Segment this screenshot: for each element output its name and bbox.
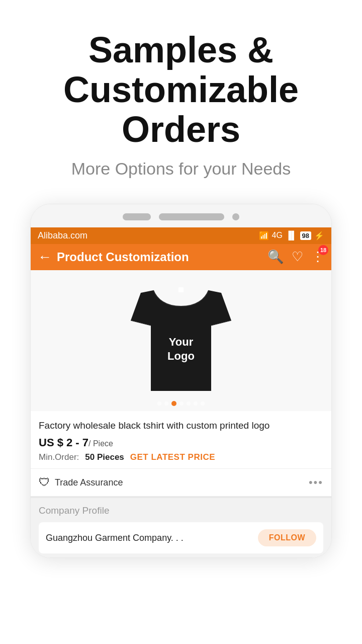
hero-subtitle: More Options for your Needs bbox=[20, 159, 342, 179]
phone-top-bar bbox=[31, 204, 331, 227]
trade-shield-icon: 🛡 bbox=[39, 476, 50, 489]
phone-mockup: Alibaba.com 📶 4G ▐▌ 98 ⚡ ← Product Custo… bbox=[30, 204, 332, 558]
nav-icons: 🔍 ♡ ⋮ 18 bbox=[267, 249, 324, 265]
dot-3-active bbox=[171, 401, 176, 406]
signal-bars-icon: ▐▌ bbox=[286, 231, 297, 240]
dot-6 bbox=[194, 401, 198, 406]
badge-count: 18 bbox=[318, 245, 328, 255]
heart-icon[interactable]: ♡ bbox=[292, 249, 303, 265]
svg-text:Logo: Logo bbox=[167, 350, 195, 362]
price-unit: / Piece bbox=[88, 439, 113, 448]
pill-dot bbox=[232, 213, 239, 220]
price-value: US $ 2 - 7 bbox=[39, 436, 88, 449]
company-profile-label: Company Profile bbox=[39, 505, 323, 516]
status-bar-url: Alibaba.com bbox=[38, 230, 87, 241]
product-info: Factory wholesale black tshirt with cust… bbox=[31, 411, 331, 469]
tshirt-image: Your Logo bbox=[126, 280, 236, 401]
product-price: US $ 2 - 7/ Piece bbox=[39, 436, 323, 449]
hero-section: Samples & Customizable Orders More Optio… bbox=[0, 0, 362, 189]
signal-icon: 4G bbox=[272, 231, 283, 240]
min-order-label: Min.Order: bbox=[39, 452, 79, 462]
svg-text:Your: Your bbox=[169, 336, 194, 348]
dot-4 bbox=[179, 401, 184, 406]
navbar-title: Product Customization bbox=[57, 250, 262, 264]
pill-long bbox=[159, 213, 224, 220]
company-row: Guangzhou Garment Company. . . FOLLOW bbox=[39, 522, 323, 553]
search-icon[interactable]: 🔍 bbox=[267, 249, 284, 265]
dot-7 bbox=[201, 401, 205, 406]
product-title: Factory wholesale black tshirt with cust… bbox=[39, 419, 323, 433]
status-bar: Alibaba.com 📶 4G ▐▌ 98 ⚡ bbox=[31, 227, 331, 244]
battery-badge: 98 bbox=[300, 231, 311, 240]
image-dots bbox=[157, 401, 205, 406]
svg-rect-0 bbox=[178, 287, 184, 292]
hero-title: Samples & Customizable Orders bbox=[20, 30, 342, 150]
dot-2 bbox=[164, 401, 168, 406]
get-latest-price-button[interactable]: GET LATEST PRICE bbox=[130, 452, 215, 462]
notification-badge[interactable]: ⋮ 18 bbox=[311, 249, 324, 265]
dot-1 bbox=[157, 401, 161, 406]
product-min-order: Min.Order: 50 Pieces GET LATEST PRICE bbox=[39, 452, 323, 462]
trade-assurance-bar: 🛡 Trade Assurance ••• bbox=[31, 468, 331, 496]
product-image-area: Your Logo bbox=[31, 270, 331, 411]
company-name: Guangzhou Garment Company. . . bbox=[46, 533, 184, 543]
dot-5 bbox=[187, 401, 191, 406]
company-profile-section: Company Profile Guangzhou Garment Compan… bbox=[31, 496, 331, 557]
pill-short bbox=[123, 213, 151, 220]
status-bar-icons: 📶 4G ▐▌ 98 ⚡ bbox=[259, 231, 324, 240]
wifi-icon: 📶 bbox=[259, 231, 269, 240]
battery-icon: ⚡ bbox=[314, 231, 324, 240]
min-order-value: 50 Pieces bbox=[85, 452, 124, 462]
trade-more-button[interactable]: ••• bbox=[309, 476, 323, 489]
follow-button[interactable]: FOLLOW bbox=[258, 529, 316, 546]
app-navbar: ← Product Customization 🔍 ♡ ⋮ 18 bbox=[31, 244, 331, 270]
trade-assurance-label: Trade Assurance bbox=[55, 477, 304, 488]
back-button[interactable]: ← bbox=[38, 249, 52, 265]
